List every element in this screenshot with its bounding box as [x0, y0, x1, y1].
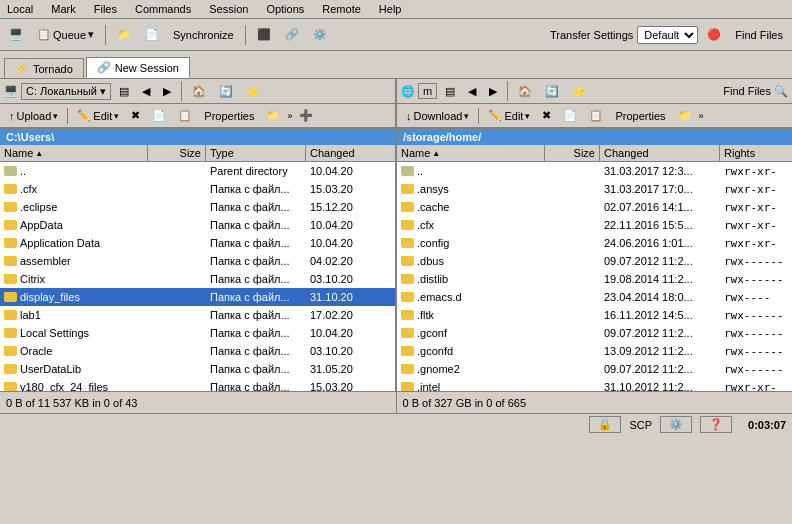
table-row[interactable]: .eclipse Папка с файл... 15.12.20	[0, 198, 395, 216]
queue-button[interactable]: 📋 Queue ▾	[32, 25, 99, 44]
menu-files[interactable]: Files	[91, 2, 120, 16]
right-col-size-header[interactable]: Size	[545, 145, 600, 161]
right-forward-button[interactable]: ▶	[484, 82, 502, 101]
transfer-config-button[interactable]: 🔴	[702, 25, 726, 44]
table-row[interactable]: Local Settings Папка с файл... 10.04.20	[0, 324, 395, 342]
tab-new-session[interactable]: 🔗 New Session	[86, 57, 190, 78]
transfer-settings-select[interactable]: Default	[637, 26, 698, 44]
right-col-changed-header[interactable]: Changed	[600, 145, 720, 161]
table-row[interactable]: Oracle Папка с файл... 03.10.20	[0, 342, 395, 360]
menu-remote[interactable]: Remote	[319, 2, 364, 16]
right-col-name-header[interactable]: Name ▲	[397, 145, 545, 161]
table-row[interactable]: .gconfd 13.09.2012 11:2... rwx------	[397, 342, 792, 360]
left-home-button[interactable]: 🏠	[187, 82, 211, 101]
table-row[interactable]: .cfx Папка с файл... 15.03.20	[0, 180, 395, 198]
table-row[interactable]: .. 31.03.2017 12:3... rwxr-xr-	[397, 162, 792, 180]
left-more-button[interactable]: »	[287, 111, 292, 121]
find-files-icon[interactable]: 🔍	[774, 85, 788, 98]
left-add-button[interactable]: ➕	[294, 107, 318, 124]
table-row[interactable]: display_files Папка с файл... 31.10.20	[0, 288, 395, 306]
menu-options[interactable]: Options	[263, 2, 307, 16]
table-row[interactable]: .fltk 16.11.2012 14:5... rwx------	[397, 306, 792, 324]
right-copy-button[interactable]: 📄	[558, 107, 582, 124]
folder-icon	[401, 346, 414, 356]
left-delete-button[interactable]: ✖	[126, 107, 145, 124]
table-row[interactable]: AppData Папка с файл... 10.04.20	[0, 216, 395, 234]
tab-tornado[interactable]: ⚡ Tornado	[4, 58, 84, 78]
folder-icon	[4, 256, 17, 266]
left-col-changed-header[interactable]: Changed	[306, 145, 395, 161]
table-row[interactable]: Citrix Папка с файл... 03.10.20	[0, 270, 395, 288]
left-copy-button[interactable]: 📄	[147, 107, 171, 124]
left-newfolder-button[interactable]: 📁	[261, 107, 285, 124]
left-refresh-button[interactable]: 🔄	[214, 82, 238, 101]
menu-local[interactable]: Local	[4, 2, 36, 16]
lock-button[interactable]: 🔒	[589, 416, 621, 433]
queue-dropdown-icon[interactable]: ▾	[88, 28, 94, 41]
right-move-button[interactable]: 📋	[584, 107, 608, 124]
find-files-button[interactable]: Find Files	[730, 26, 788, 44]
upload-button[interactable]: ↑ Upload ▾	[4, 108, 63, 124]
table-row[interactable]: .cache 02.07.2016 14:1... rwxr-xr-	[397, 198, 792, 216]
left-bookmark-button[interactable]: ⭐	[241, 82, 265, 101]
table-row[interactable]: Application Data Папка с файл... 10.04.2…	[0, 234, 395, 252]
right-delete-button[interactable]: ✖	[537, 107, 556, 124]
left-col-name-header[interactable]: Name ▲	[0, 145, 148, 161]
left-back-button[interactable]: ◀	[137, 82, 155, 101]
download-arrow[interactable]: ▾	[464, 111, 469, 121]
find-files-label: Find Files	[723, 85, 771, 97]
toolbar-sep1	[105, 25, 106, 45]
right-col-rights-header[interactable]: Rights	[720, 145, 792, 161]
menu-session[interactable]: Session	[206, 2, 251, 16]
table-row[interactable]: assembler Папка с файл... 04.02.20	[0, 252, 395, 270]
right-back-button[interactable]: ◀	[463, 82, 481, 101]
right-refresh-button[interactable]: 🔄	[540, 82, 564, 101]
menu-commands[interactable]: Commands	[132, 2, 194, 16]
left-edit-button[interactable]: ✏️ Edit ▾	[72, 107, 124, 124]
table-row[interactable]: .emacs.d 23.04.2014 18:0... rwx----	[397, 288, 792, 306]
ftp-button[interactable]: 🔗	[280, 25, 304, 44]
upload-arrow[interactable]: ▾	[53, 111, 58, 121]
right-drive-button[interactable]: m	[418, 83, 437, 99]
toolbar-icon1[interactable]: 🖥️	[4, 25, 28, 44]
new-dir-button[interactable]: 📁	[112, 25, 136, 44]
left-col-size-header[interactable]: Size	[148, 145, 206, 161]
settings-button[interactable]: ⚙️	[308, 25, 332, 44]
right-more-button[interactable]: »	[699, 111, 704, 121]
left-drive-button[interactable]: C: Локальный ▾	[21, 83, 111, 100]
left-nav-filter[interactable]: ▤	[114, 82, 134, 101]
file-name: .distlib	[417, 273, 448, 285]
table-row[interactable]: .gconf 09.07.2012 11:2... rwx------	[397, 324, 792, 342]
copy-button[interactable]: 📄	[140, 25, 164, 44]
table-row[interactable]: .cfx 22.11.2016 15:5... rwxr-xr-	[397, 216, 792, 234]
table-row[interactable]: v180_cfx_24_files Папка с файл... 15.03.…	[0, 378, 395, 391]
scp-help-button[interactable]: ❓	[700, 416, 732, 433]
table-row[interactable]: .dbus 09.07.2012 11:2... rwx------	[397, 252, 792, 270]
left-properties-button[interactable]: Properties	[199, 108, 259, 124]
table-row[interactable]: .distlib 19.08.2014 11:2... rwx------	[397, 270, 792, 288]
download-button[interactable]: ↓ Download ▾	[401, 108, 474, 124]
right-properties-button[interactable]: Properties	[610, 108, 670, 124]
table-row[interactable]: .. Parent directory 10.04.20	[0, 162, 395, 180]
table-row[interactable]: lab1 Папка с файл... 17.02.20	[0, 306, 395, 324]
right-bookmark-button[interactable]: ⭐	[567, 82, 591, 101]
file-name: ..	[417, 165, 423, 177]
left-drive-arrow[interactable]: ▾	[100, 85, 106, 97]
left-forward-button[interactable]: ▶	[158, 82, 176, 101]
right-nav-filter[interactable]: ▤	[440, 82, 460, 101]
left-move-button[interactable]: 📋	[173, 107, 197, 124]
table-row[interactable]: .ansys 31.03.2017 17:0... rwxr-xr-	[397, 180, 792, 198]
table-row[interactable]: .intel 31.10.2012 11:2... rwxr-xr-	[397, 378, 792, 391]
synchronize-button[interactable]: Synchronize	[168, 26, 239, 44]
menu-help[interactable]: Help	[376, 2, 405, 16]
left-col-type-header[interactable]: Type	[206, 145, 306, 161]
right-newfolder-button[interactable]: 📁	[673, 107, 697, 124]
right-edit-button[interactable]: ✏️ Edit ▾	[483, 107, 535, 124]
scp-config-button[interactable]: ⚙️	[660, 416, 692, 433]
table-row[interactable]: .config 24.06.2016 1:01... rwxr-xr-	[397, 234, 792, 252]
menu-mark[interactable]: Mark	[48, 2, 78, 16]
right-home-button[interactable]: 🏠	[513, 82, 537, 101]
table-row[interactable]: .gnome2 09.07.2012 11:2... rwx------	[397, 360, 792, 378]
table-row[interactable]: UserDataLib Папка с файл... 31.05.20	[0, 360, 395, 378]
console-button[interactable]: ⬛	[252, 25, 276, 44]
